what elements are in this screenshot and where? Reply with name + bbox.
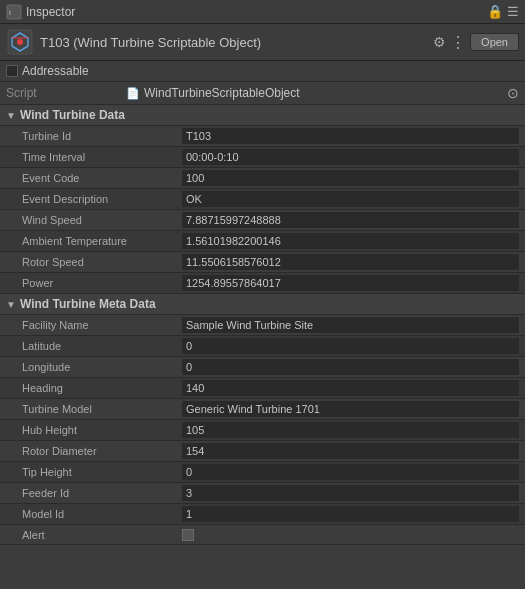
field-label: Turbine Id	[22, 130, 182, 142]
more-icon[interactable]: ⋮	[450, 33, 466, 52]
table-row: Hub Height 105	[0, 420, 525, 441]
wind-turbine-data-section[interactable]: ▼ Wind Turbine Data	[0, 105, 525, 126]
field-value[interactable]: 1	[182, 506, 519, 522]
field-value[interactable]: 1254.89557864017	[182, 275, 519, 291]
field-value[interactable]: 7.88715997248888	[182, 212, 519, 228]
inspector-icon: i	[6, 4, 22, 20]
wind-turbine-meta-title: Wind Turbine Meta Data	[20, 297, 156, 311]
inspector-title: Inspector	[26, 5, 75, 19]
table-row: Time Interval 00:00-0:10	[0, 147, 525, 168]
field-value[interactable]: T103	[182, 128, 519, 144]
wind-turbine-meta-rows: Facility Name Sample Wind Turbine Site L…	[0, 315, 525, 545]
field-label: Longitude	[22, 361, 182, 373]
field-value[interactable]: OK	[182, 191, 519, 207]
menu-icon[interactable]: ☰	[507, 4, 519, 19]
object-header: T103 (Wind Turbine Scriptable Object) ⚙ …	[0, 24, 525, 61]
field-value[interactable]: 11.5506158576012	[182, 254, 519, 270]
table-row: Heading 140	[0, 378, 525, 399]
open-button[interactable]: Open	[470, 33, 519, 51]
addressable-label: Addressable	[22, 64, 89, 78]
table-row: Event Code 100	[0, 168, 525, 189]
addressable-checkbox[interactable]	[6, 65, 18, 77]
field-label: Wind Speed	[22, 214, 182, 226]
table-row: Rotor Speed 11.5506158576012	[0, 252, 525, 273]
field-label: Hub Height	[22, 424, 182, 436]
table-row: Rotor Diameter 154	[0, 441, 525, 462]
header-actions: ⚙ ⋮ Open	[433, 33, 519, 52]
section-arrow-icon: ▼	[6, 110, 16, 121]
table-row: Feeder Id 3	[0, 483, 525, 504]
field-value[interactable]: Sample Wind Turbine Site	[182, 317, 519, 333]
field-value[interactable]: 140	[182, 380, 519, 396]
field-value[interactable]: 1.56101982200146	[182, 233, 519, 249]
field-label: Model Id	[22, 508, 182, 520]
field-label: Tip Height	[22, 466, 182, 478]
lock-icon[interactable]: 🔒	[487, 4, 503, 19]
table-row: Wind Speed 7.88715997248888	[0, 210, 525, 231]
script-value: 📄 WindTurbineScriptableObject	[126, 86, 300, 100]
title-bar: i Inspector 🔒 ☰	[0, 0, 525, 24]
wind-turbine-data-title: Wind Turbine Data	[20, 108, 125, 122]
meta-section-arrow-icon: ▼	[6, 299, 16, 310]
field-label: Turbine Model	[22, 403, 182, 415]
field-label: Feeder Id	[22, 487, 182, 499]
table-row: Facility Name Sample Wind Turbine Site	[0, 315, 525, 336]
object-title: T103 (Wind Turbine Scriptable Object)	[40, 35, 427, 50]
field-label: Time Interval	[22, 151, 182, 163]
field-label: Event Description	[22, 193, 182, 205]
field-value[interactable]: Generic Wind Turbine 1701	[182, 401, 519, 417]
field-value[interactable]: 100	[182, 170, 519, 186]
field-label: Event Code	[22, 172, 182, 184]
script-label: Script	[6, 86, 126, 100]
script-file-icon: 📄	[126, 87, 140, 100]
field-label: Heading	[22, 382, 182, 394]
field-value[interactable]: 3	[182, 485, 519, 501]
table-row: Turbine Id T103	[0, 126, 525, 147]
addressable-row: Addressable	[0, 61, 525, 82]
settings-icon[interactable]: ⚙	[433, 34, 446, 50]
field-label: Facility Name	[22, 319, 182, 331]
table-row: Turbine Model Generic Wind Turbine 1701	[0, 399, 525, 420]
title-bar-actions: 🔒 ☰	[487, 4, 519, 19]
table-row: Event Description OK	[0, 189, 525, 210]
table-row: Power 1254.89557864017	[0, 273, 525, 294]
field-label: Alert	[22, 529, 182, 541]
field-label: Ambient Temperature	[22, 235, 182, 247]
field-label: Power	[22, 277, 182, 289]
field-label: Latitude	[22, 340, 182, 352]
table-row: Latitude 0	[0, 336, 525, 357]
wind-turbine-data-rows: Turbine Id T103 Time Interval 00:00-0:10…	[0, 126, 525, 294]
table-row: Longitude 0	[0, 357, 525, 378]
field-value[interactable]: 0	[182, 359, 519, 375]
field-value[interactable]: 154	[182, 443, 519, 459]
field-value[interactable]: 00:00-0:10	[182, 149, 519, 165]
svg-point-4	[17, 39, 23, 45]
object-icon	[6, 28, 34, 56]
field-value[interactable]: 105	[182, 422, 519, 438]
field-value[interactable]: 0	[182, 464, 519, 480]
table-row: Tip Height 0	[0, 462, 525, 483]
field-value[interactable]: 0	[182, 338, 519, 354]
svg-text:i: i	[9, 8, 11, 17]
field-label: Rotor Speed	[22, 256, 182, 268]
field-label: Rotor Diameter	[22, 445, 182, 457]
table-row: Model Id 1	[0, 504, 525, 525]
script-settings-icon[interactable]: ⊙	[507, 85, 519, 101]
wind-turbine-meta-section[interactable]: ▼ Wind Turbine Meta Data	[0, 294, 525, 315]
script-row: Script 📄 WindTurbineScriptableObject ⊙	[0, 82, 525, 105]
table-row: Alert	[0, 525, 525, 545]
script-name[interactable]: WindTurbineScriptableObject	[144, 86, 300, 100]
table-row: Ambient Temperature 1.56101982200146	[0, 231, 525, 252]
alert-checkbox[interactable]	[182, 529, 194, 541]
